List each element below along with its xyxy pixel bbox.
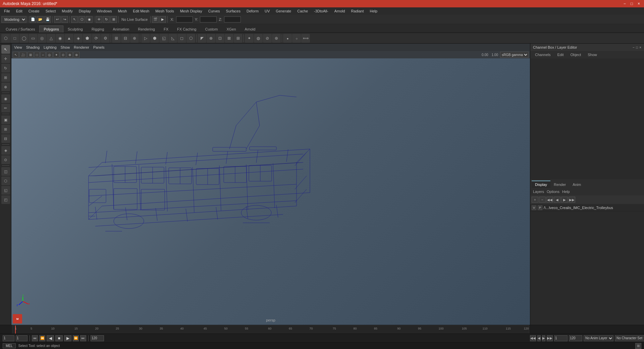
menu-edit[interactable]: Edit bbox=[13, 8, 25, 14]
bevel-icon[interactable]: ◤ bbox=[198, 34, 206, 43]
lasso-btn[interactable]: ⬡ bbox=[78, 16, 85, 23]
menu-mesh[interactable]: Mesh bbox=[115, 8, 129, 14]
layer-row[interactable]: V P /\...Iveco_Crealis_IMC_Electric_Trol… bbox=[530, 204, 644, 211]
vp-grid-btn[interactable]: ⊞ bbox=[28, 52, 34, 58]
frame-range-start[interactable] bbox=[554, 335, 568, 341]
vp-show-all-btn[interactable]: ⊕ bbox=[67, 52, 73, 58]
soft-select-tool[interactable]: ◉ bbox=[1, 94, 10, 103]
extrude-icon[interactable]: ▷ bbox=[141, 34, 150, 43]
layer-visibility[interactable]: V bbox=[532, 205, 536, 210]
bridge-icon[interactable]: ⬢ bbox=[150, 34, 159, 43]
go-end-btn[interactable]: ⏭ bbox=[80, 335, 86, 341]
disc-icon[interactable]: ◉ bbox=[56, 34, 64, 43]
paint-weight-tool[interactable]: ✏ bbox=[1, 104, 10, 112]
vp-hide-btn[interactable]: ⊗ bbox=[73, 52, 79, 58]
timeline-ruler[interactable]: 1 5 10 15 20 25 30 35 40 45 50 55 60 65 … bbox=[12, 325, 529, 334]
mode-dropdown[interactable]: Modeling bbox=[1, 16, 26, 23]
scale-tool[interactable]: ⊞ bbox=[1, 73, 10, 82]
help-menu[interactable]: Help bbox=[562, 190, 570, 194]
paint-btn[interactable]: ◉ bbox=[86, 16, 93, 23]
vp-shading-menu[interactable]: Shading bbox=[26, 45, 40, 49]
channel-box-expand[interactable]: □ bbox=[636, 46, 638, 49]
redo-btn[interactable]: ↪ bbox=[61, 16, 68, 23]
vp-view-menu[interactable]: View bbox=[14, 45, 22, 49]
play-layer-btn[interactable]: ▶ bbox=[561, 197, 568, 203]
channel-box-minimize[interactable]: − bbox=[633, 46, 635, 49]
vp-renderer-menu[interactable]: Renderer bbox=[74, 45, 89, 49]
menu-deform[interactable]: Deform bbox=[244, 8, 261, 14]
menu-generate[interactable]: Generate bbox=[273, 8, 294, 14]
tab-fx-caching[interactable]: FX Caching bbox=[173, 26, 201, 33]
current-frame-input[interactable] bbox=[16, 335, 28, 341]
menu-mesh-display[interactable]: Mesh Display bbox=[177, 8, 205, 14]
torus-icon[interactable]: ◎ bbox=[38, 34, 46, 43]
open-btn[interactable]: 📂 bbox=[37, 16, 44, 23]
tab-custom[interactable]: Custom bbox=[201, 26, 222, 33]
tab-fx[interactable]: FX bbox=[159, 26, 173, 33]
quick-layout-1[interactable]: ◫ bbox=[1, 167, 10, 176]
options-menu[interactable]: Options bbox=[547, 190, 559, 194]
display-tab[interactable]: Display bbox=[532, 181, 550, 188]
sphere-icon[interactable]: ⬡ bbox=[1, 34, 10, 43]
close-btn[interactable]: × bbox=[636, 1, 641, 6]
tab-rigging[interactable]: Rigging bbox=[87, 26, 108, 33]
show-tab[interactable]: Show bbox=[584, 52, 600, 57]
render-tab[interactable]: Render bbox=[550, 181, 569, 188]
play-fwd-btn[interactable]: ▶ bbox=[64, 335, 71, 341]
vp-highlight-btn[interactable]: ✦ bbox=[53, 52, 59, 58]
vp-xray-btn[interactable]: ◎ bbox=[46, 52, 53, 58]
cylinder-icon[interactable]: ◯ bbox=[19, 34, 28, 43]
render-region-tool[interactable]: ◈ bbox=[1, 146, 10, 155]
prev-anim-layer-btn[interactable]: ◀◀ bbox=[546, 197, 553, 203]
add-layer-btn[interactable]: + bbox=[532, 197, 538, 203]
anim-tab[interactable]: Anim bbox=[569, 181, 584, 188]
move-btn[interactable]: ✛ bbox=[96, 16, 102, 23]
menu-curves[interactable]: Curves bbox=[206, 8, 223, 14]
remove-layer-btn[interactable]: − bbox=[539, 197, 546, 203]
vp-cam-btn[interactable]: 🎥 bbox=[19, 52, 27, 58]
menu-uv[interactable]: UV bbox=[262, 8, 272, 14]
separate-icon[interactable]: ⊟ bbox=[121, 34, 130, 43]
menu-arnold[interactable]: Arnold bbox=[332, 8, 348, 14]
x-input[interactable] bbox=[176, 16, 193, 22]
range-end-input[interactable] bbox=[91, 335, 104, 341]
vp-smooth-btn[interactable]: ○ bbox=[40, 52, 46, 58]
undo-btn[interactable]: ↩ bbox=[54, 16, 61, 23]
anim-layer-fwd-btn[interactable]: ▶ bbox=[542, 335, 545, 341]
snap-grid-tool[interactable]: ⊞ bbox=[1, 125, 10, 134]
rotate-tool[interactable]: ↻ bbox=[1, 64, 10, 72]
anim-layer-select[interactable]: No Anim Layer bbox=[584, 335, 613, 341]
scale-btn[interactable]: ⊞ bbox=[110, 16, 117, 23]
remesh-icon[interactable]: ⊛ bbox=[272, 34, 281, 43]
menu-surfaces[interactable]: Surfaces bbox=[223, 8, 243, 14]
offset-edge-icon[interactable]: ⊞ bbox=[234, 34, 243, 43]
y-input[interactable] bbox=[200, 16, 217, 22]
prism-icon[interactable]: ◈ bbox=[74, 34, 83, 43]
vp-select-btn[interactable]: ↖ bbox=[13, 52, 19, 58]
smooth-icon[interactable]: ◍ bbox=[254, 34, 263, 43]
channels-tab[interactable]: Channels bbox=[532, 52, 554, 57]
object-tab[interactable]: Object bbox=[567, 52, 584, 57]
fill-icon[interactable]: ◱ bbox=[159, 34, 168, 43]
range-start-input[interactable] bbox=[3, 335, 14, 341]
vp-isolate-btn[interactable]: ⊙ bbox=[60, 52, 66, 58]
edit-tab[interactable]: Edit bbox=[554, 52, 567, 57]
select-tool[interactable]: ↖ bbox=[1, 45, 10, 54]
tab-animation[interactable]: Animation bbox=[108, 26, 133, 33]
save-btn[interactable]: 💾 bbox=[44, 16, 51, 23]
tab-sculpting[interactable]: Sculpting bbox=[63, 26, 87, 33]
mel-button[interactable]: MEL bbox=[3, 343, 16, 348]
gear-icon[interactable]: ⚙ bbox=[101, 34, 110, 43]
go-start-btn[interactable]: ⏮ bbox=[32, 335, 38, 341]
connect-icon[interactable]: ⊗ bbox=[207, 34, 215, 43]
tab-polygons[interactable]: Polygons bbox=[39, 26, 63, 33]
menu-cache[interactable]: Cache bbox=[294, 8, 311, 14]
duplicate-face-icon[interactable]: ◻ bbox=[177, 34, 186, 43]
show-manip-tool[interactable]: ▣ bbox=[1, 115, 10, 124]
tab-rendering[interactable]: Rendering bbox=[133, 26, 159, 33]
character-set-select[interactable]: No Character Set bbox=[615, 335, 644, 341]
viewport[interactable]: View Shading Lighting Show Renderer Pane… bbox=[11, 44, 530, 325]
menu-radiant[interactable]: Radiant bbox=[348, 8, 367, 14]
menu-select[interactable]: Select bbox=[43, 8, 59, 14]
isolate-tool[interactable]: ⊙ bbox=[1, 155, 10, 164]
